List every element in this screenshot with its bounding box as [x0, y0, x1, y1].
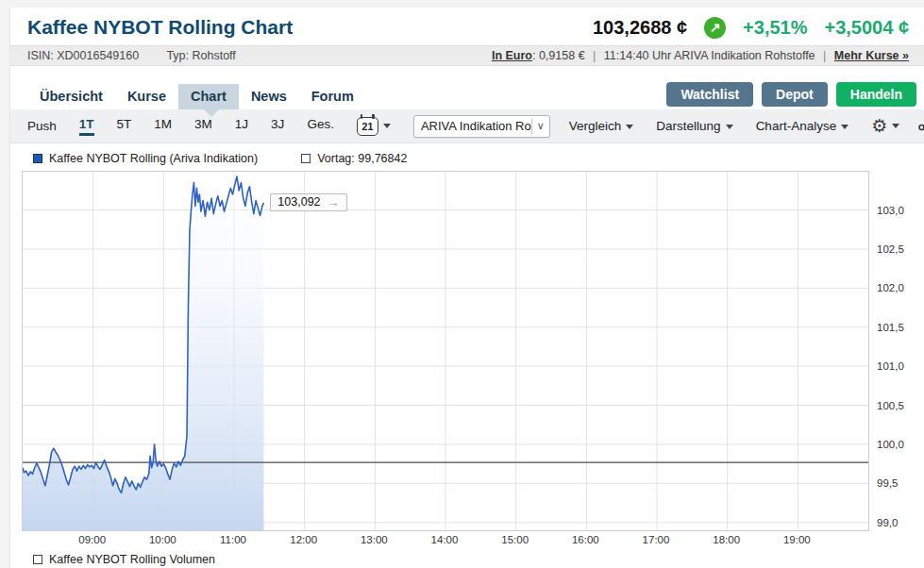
share-button[interactable]: [917, 117, 924, 136]
instrument-select[interactable]: ARIVA Indikation Ro ∨: [413, 115, 550, 138]
tab-list: ÜbersichtKurseChartNewsForum: [27, 84, 366, 109]
chart-toolbar: Push 1T5T1M3M1J3JGes. 21 ARIVA Indikatio…: [10, 109, 924, 143]
chevron-down-icon: [841, 125, 848, 129]
x-tick-label: 09:00: [78, 534, 106, 545]
chevron-down-icon: [626, 125, 633, 129]
y-tick-label: 101,0: [877, 360, 904, 372]
chevron-down-icon: [383, 124, 391, 128]
darstellung-menu[interactable]: Darstellung: [656, 119, 732, 133]
y-axis: 103,0102,5102,0101,5101,0100,5100,099,59…: [877, 172, 924, 532]
x-tick-label: 11:00: [220, 534, 246, 545]
action-buttons: WatchlistDepotHandeln: [666, 82, 916, 109]
euro-value: 0,9158 €: [539, 49, 585, 62]
chevron-down-icon: [726, 125, 733, 129]
calendar-button[interactable]: 21: [357, 117, 391, 136]
arrow-right-icon: →: [328, 195, 340, 209]
tab-chart[interactable]: Chart: [178, 84, 239, 109]
type-value: Typ: Rohstoff: [166, 49, 235, 62]
period-1j[interactable]: 1J: [235, 117, 248, 136]
instrument-select-value: ARIVA Indikation Ro: [421, 119, 531, 133]
y-tick-label: 99,0: [877, 517, 898, 528]
y-tick-label: 99,5: [877, 477, 898, 489]
vergleich-menu[interactable]: Vergleich: [569, 119, 634, 133]
change-absolute: +3,5004 ¢: [824, 17, 909, 39]
quote-meta: In Euro: 0,9158 € | 11:14:40 Uhr ARIVA I…: [492, 49, 909, 62]
period-3m[interactable]: 3M: [194, 117, 212, 136]
period-3j[interactable]: 3J: [271, 117, 284, 136]
gear-icon: ⚙: [871, 117, 887, 135]
watchlist-button[interactable]: Watchlist: [666, 82, 753, 107]
tab-kurse[interactable]: Kurse: [115, 84, 178, 109]
indication-timestamp: 11:14:40 Uhr ARIVA Indikation Rohstoffe: [604, 49, 815, 62]
legend-vortag-label: Vortag: 99,76842: [317, 152, 407, 165]
in-euro-link[interactable]: In Euro: [492, 49, 532, 62]
x-tick-label: 10:00: [149, 534, 176, 545]
volume-swatch-icon: [33, 555, 42, 564]
x-tick-label: 16:00: [572, 534, 599, 545]
y-tick-label: 101,5: [877, 322, 904, 333]
tab-news[interactable]: News: [239, 84, 299, 109]
period-1t[interactable]: 1T: [79, 117, 94, 136]
toolbar-icon-group: ⚙: [871, 116, 924, 136]
x-tick-label: 19:00: [783, 534, 811, 545]
quote-summary: 103,2688 ¢ ↗ +3,51% +3,5004 ¢: [593, 17, 909, 39]
isin-value: ISIN: XD0016549160: [27, 49, 139, 62]
legend-vortag-toggle[interactable]: Vortag: 99,76842: [301, 152, 407, 165]
y-tick-label: 100,5: [877, 400, 904, 411]
last-price-tag-value: 103,092: [277, 195, 320, 209]
x-tick-label: 13:00: [361, 534, 388, 545]
push-toggle[interactable]: Push: [27, 119, 57, 133]
page-title: Kaffee NYBOT Rolling Chart: [27, 16, 293, 39]
series-swatch-icon: [33, 154, 42, 163]
instrument-header: Kaffee NYBOT Rolling Chart 103,2688 ¢ ↗ …: [10, 8, 924, 45]
chart-legend: Kaffee NYBOT Rolling (Ariva Indikation) …: [10, 143, 924, 171]
period-5t[interactable]: 5T: [117, 117, 132, 136]
handeln-button[interactable]: Handeln: [836, 82, 916, 107]
y-tick-label: 103,0: [877, 205, 904, 216]
x-tick-label: 17:00: [643, 534, 670, 545]
depot-button[interactable]: Depot: [762, 82, 828, 107]
x-tick-label: 18:00: [713, 534, 740, 545]
y-tick-label: 100,0: [877, 439, 904, 450]
instrument-meta-bar: ISIN: XD0016549160 Typ: Rohstoff In Euro…: [10, 45, 924, 66]
x-tick-label: 14:00: [431, 534, 459, 545]
period-ges[interactable]: Ges.: [307, 117, 334, 136]
last-price-tag: 103,092 →: [270, 193, 346, 211]
legend-series-label: Kaffee NYBOT Rolling (Ariva Indikation): [49, 152, 258, 165]
chevron-down-icon: ∨: [531, 119, 549, 134]
active-tab-notch: [204, 109, 219, 117]
y-tick-label: 102,5: [877, 243, 904, 255]
section-tabs: ÜbersichtKurseChartNewsForum WatchlistDe…: [10, 66, 924, 109]
legend-series-toggle[interactable]: Kaffee NYBOT Rolling (Ariva Indikation): [33, 152, 258, 165]
share-icon: [917, 117, 924, 136]
tab-forum[interactable]: Forum: [299, 84, 366, 109]
period-1m[interactable]: 1M: [154, 117, 172, 136]
tab-bersicht[interactable]: Übersicht: [27, 84, 115, 109]
calendar-icon: 21: [357, 117, 378, 136]
chart-analyse-menu[interactable]: Chart-Analyse: [756, 119, 849, 133]
vortag-swatch-icon: [301, 154, 311, 163]
page-container: Kaffee NYBOT Rolling Chart 103,2688 ¢ ↗ …: [9, 8, 924, 568]
arrow-up-right-circle-icon: ↗: [704, 17, 726, 39]
more-quotes-link[interactable]: Mehr Kurse »: [834, 49, 909, 62]
last-price: 103,2688 ¢: [593, 17, 687, 39]
volume-legend-label: Kaffee NYBOT Rolling Volumen: [49, 553, 215, 566]
x-axis: 09:0010:0011:0012:0013:0014:0015:0016:00…: [22, 531, 869, 548]
price-chart-svg: [23, 172, 868, 530]
period-selector: 1T5T1M3M1J3JGes.: [79, 117, 357, 136]
chevron-down-icon: [892, 124, 899, 128]
instrument-identifiers: ISIN: XD0016549160 Typ: Rohstoff: [27, 49, 260, 62]
change-percent: +3,51%: [743, 17, 807, 39]
x-tick-label: 12:00: [290, 534, 317, 545]
y-tick-label: 102,0: [877, 282, 904, 293]
volume-legend-toggle[interactable]: Kaffee NYBOT Rolling Volumen: [10, 548, 924, 568]
price-chart-plot[interactable]: 103,092 → 103,0102,5102,0101,5101,0100,5…: [22, 171, 869, 531]
x-tick-label: 15:00: [501, 534, 529, 545]
menu-group: VergleichDarstellungChart-Analyse: [569, 119, 871, 133]
settings-button[interactable]: ⚙: [871, 117, 899, 135]
